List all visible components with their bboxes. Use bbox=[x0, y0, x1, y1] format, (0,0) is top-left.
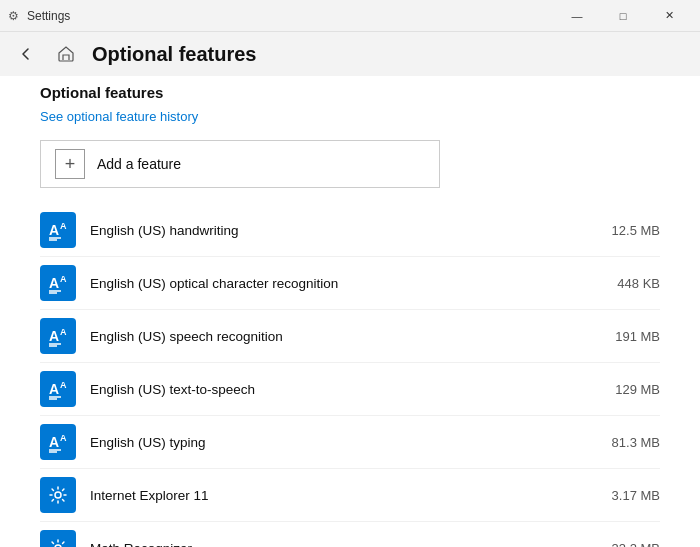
back-icon bbox=[20, 48, 32, 60]
title-bar-controls: — □ ✕ bbox=[554, 0, 692, 32]
svg-text:A: A bbox=[60, 380, 67, 390]
feature-list: A A English (US) handwriting12.5 MB A A … bbox=[40, 204, 660, 547]
font-icon: A A bbox=[40, 371, 76, 407]
svg-text:A: A bbox=[49, 381, 59, 397]
svg-text:A: A bbox=[60, 433, 67, 443]
feature-size: 81.3 MB bbox=[590, 435, 660, 450]
feature-size: 129 MB bbox=[590, 382, 660, 397]
title-bar: ⚙ Settings — □ ✕ bbox=[0, 0, 700, 32]
feature-name: Math Recognizer bbox=[90, 541, 590, 548]
history-link[interactable]: See optional feature history bbox=[40, 109, 198, 124]
feature-item[interactable]: A A English (US) typing81.3 MB bbox=[40, 416, 660, 469]
close-button[interactable]: ✕ bbox=[646, 0, 692, 32]
feature-size: 448 KB bbox=[590, 276, 660, 291]
font-icon: A A bbox=[40, 265, 76, 301]
add-feature-button[interactable]: + Add a feature bbox=[40, 140, 440, 188]
page-title: Optional features bbox=[92, 43, 256, 66]
gear-icon bbox=[40, 477, 76, 513]
maximize-button[interactable]: □ bbox=[600, 0, 646, 32]
home-button[interactable] bbox=[52, 40, 80, 68]
feature-name: Internet Explorer 11 bbox=[90, 488, 590, 503]
svg-text:A: A bbox=[49, 328, 59, 344]
feature-name: English (US) optical character recogniti… bbox=[90, 276, 590, 291]
feature-item[interactable]: A A English (US) speech recognition191 M… bbox=[40, 310, 660, 363]
feature-size: 191 MB bbox=[590, 329, 660, 344]
feature-name: English (US) typing bbox=[90, 435, 590, 450]
feature-item[interactable]: Math Recognizer33.2 MB bbox=[40, 522, 660, 547]
svg-text:A: A bbox=[60, 221, 67, 231]
font-icon: A A bbox=[40, 318, 76, 354]
main-content: Optional features See optional feature h… bbox=[0, 76, 700, 547]
feature-size: 33.2 MB bbox=[590, 541, 660, 548]
feature-name: English (US) handwriting bbox=[90, 223, 590, 238]
feature-item[interactable]: A A English (US) handwriting12.5 MB bbox=[40, 204, 660, 257]
nav-bar: Optional features bbox=[0, 32, 700, 76]
svg-text:A: A bbox=[49, 275, 59, 291]
svg-point-20 bbox=[55, 492, 61, 498]
feature-name: English (US) text-to-speech bbox=[90, 382, 590, 397]
back-button[interactable] bbox=[12, 40, 40, 68]
feature-item[interactable]: Internet Explorer 113.17 MB bbox=[40, 469, 660, 522]
svg-text:A: A bbox=[49, 434, 59, 450]
font-icon: A A bbox=[40, 424, 76, 460]
settings-icon: ⚙ bbox=[8, 9, 19, 23]
title-bar-left: ⚙ Settings bbox=[8, 9, 70, 23]
svg-text:A: A bbox=[49, 222, 59, 238]
feature-size: 12.5 MB bbox=[590, 223, 660, 238]
plus-icon: + bbox=[55, 149, 85, 179]
svg-text:A: A bbox=[60, 327, 67, 337]
svg-text:A: A bbox=[60, 274, 67, 284]
feature-name: English (US) speech recognition bbox=[90, 329, 590, 344]
feature-size: 3.17 MB bbox=[590, 488, 660, 503]
feature-item[interactable]: A A English (US) optical character recog… bbox=[40, 257, 660, 310]
gear-icon bbox=[40, 530, 76, 547]
feature-item[interactable]: A A English (US) text-to-speech129 MB bbox=[40, 363, 660, 416]
home-icon bbox=[58, 46, 74, 62]
section-title: Optional features bbox=[40, 84, 660, 101]
minimize-button[interactable]: — bbox=[554, 0, 600, 32]
title-bar-title: Settings bbox=[27, 9, 70, 23]
font-icon: A A bbox=[40, 212, 76, 248]
add-feature-label: Add a feature bbox=[97, 156, 181, 172]
